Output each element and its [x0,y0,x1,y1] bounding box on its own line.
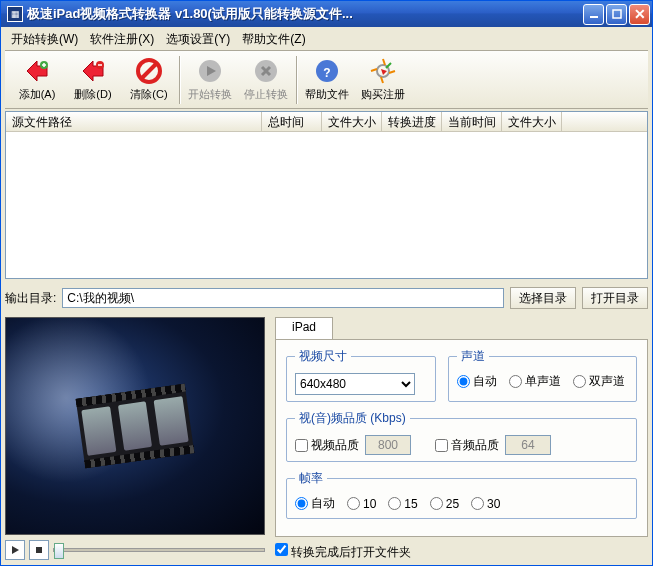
video-quality-input [365,435,411,455]
separator [179,56,180,104]
stop-label: 停止转换 [244,87,288,102]
quality-legend: 视(音)频品质 (Kbps) [295,410,410,427]
delete-label: 删除(D) [74,87,111,102]
menu-start[interactable]: 开始转换(W) [11,31,78,48]
fps-10[interactable]: 10 [347,497,376,511]
seek-slider[interactable] [53,548,265,552]
close-button[interactable]: ✕ [629,4,650,25]
svg-text:?: ? [323,66,330,80]
add-icon [23,57,51,85]
settings-panel: 视频尺寸 640x480 声道 自动 单声道 双声道 视(音)频品质 (Kbps… [275,339,648,537]
videosize-group: 视频尺寸 640x480 [286,348,436,402]
col-path[interactable]: 源文件路径 [6,112,262,131]
slider-thumb[interactable] [54,543,64,559]
output-label: 输出目录: [5,290,56,307]
fps-25[interactable]: 25 [430,497,459,511]
clear-button[interactable]: 清除(C) [121,54,177,106]
audio-quality-check[interactable]: 音频品质 [435,437,499,454]
stop-icon [252,57,280,85]
menu-help[interactable]: 帮助文件(Z) [242,31,305,48]
separator [296,56,297,104]
buy-icon [369,57,397,85]
svg-line-7 [142,64,156,78]
convert-button[interactable]: 开始转换 [182,54,238,106]
col-curtime[interactable]: 当前时间 [442,112,502,131]
svg-rect-16 [36,547,42,553]
videosize-select[interactable]: 640x480 [295,373,415,395]
convert-label: 开始转换 [188,87,232,102]
add-button[interactable]: 添加(A) [9,54,65,106]
clear-label: 清除(C) [130,87,167,102]
col-outsize[interactable]: 文件大小 [502,112,562,131]
col-progress[interactable]: 转换进度 [382,112,442,131]
delete-icon [79,57,107,85]
fps-auto[interactable]: 自动 [295,495,335,512]
list-header: 源文件路径 总时间 文件大小 转换进度 当前时间 文件大小 [6,112,647,132]
titlebar: ▦ 极速iPad视频格式转换器 v1.80(试用版只能转换源文件... ✕ [1,1,652,27]
buy-button[interactable]: 购买注册 [355,54,411,106]
videosize-legend: 视频尺寸 [295,348,351,365]
audio-quality-input [505,435,551,455]
svg-marker-15 [12,546,19,554]
maximize-button[interactable] [606,4,627,25]
help-label: 帮助文件 [305,87,349,102]
app-icon: ▦ [7,6,23,22]
buy-label: 购买注册 [361,87,405,102]
audio-auto[interactable]: 自动 [457,373,497,390]
col-totaltime[interactable]: 总时间 [262,112,322,131]
audio-mono[interactable]: 单声道 [509,373,561,390]
fps-30[interactable]: 30 [471,497,500,511]
clear-icon [135,57,163,85]
minimize-button[interactable] [583,4,604,25]
toolbar: 添加(A) 删除(D) 清除(C) 开始转换 停止转换 ? 帮助文件 购买注册 [5,51,648,109]
quality-group: 视(音)频品质 (Kbps) 视频品质 音频品质 [286,410,637,462]
fps-group: 帧率 自动 10 15 25 30 [286,470,637,519]
audio-channel-group: 声道 自动 单声道 双声道 [448,348,637,402]
output-path-input[interactable] [62,288,504,308]
open-folder-after-check[interactable]: 转换完成后打开文件夹 [275,543,411,561]
fps-legend: 帧率 [295,470,327,487]
player-stop-button[interactable] [29,540,49,560]
preview-area [5,317,265,535]
fps-15[interactable]: 15 [388,497,417,511]
video-quality-check[interactable]: 视频品质 [295,437,359,454]
help-icon: ? [313,57,341,85]
delete-button[interactable]: 删除(D) [65,54,121,106]
menu-register[interactable]: 软件注册(X) [90,31,154,48]
col-filesize[interactable]: 文件大小 [322,112,382,131]
open-dir-button[interactable]: 打开目录 [582,287,648,309]
tab-ipad[interactable]: iPad [275,317,333,339]
menu-options[interactable]: 选项设置(Y) [166,31,230,48]
stop-button[interactable]: 停止转换 [238,54,294,106]
add-label: 添加(A) [19,87,56,102]
play-button[interactable] [5,540,25,560]
help-button[interactable]: ? 帮助文件 [299,54,355,106]
svg-rect-1 [613,10,621,18]
svg-marker-14 [381,69,387,75]
svg-rect-0 [590,16,598,18]
film-icon [76,384,195,469]
select-dir-button[interactable]: 选择目录 [510,287,576,309]
output-row: 输出目录: 选择目录 打开目录 [5,287,648,309]
audio-stereo[interactable]: 双声道 [573,373,625,390]
window-title: 极速iPad视频格式转换器 v1.80(试用版只能转换源文件... [27,5,583,23]
audio-legend: 声道 [457,348,489,365]
file-list[interactable]: 源文件路径 总时间 文件大小 转换进度 当前时间 文件大小 [5,111,648,279]
convert-icon [196,57,224,85]
menubar: 开始转换(W) 软件注册(X) 选项设置(Y) 帮助文件(Z) [5,29,648,51]
